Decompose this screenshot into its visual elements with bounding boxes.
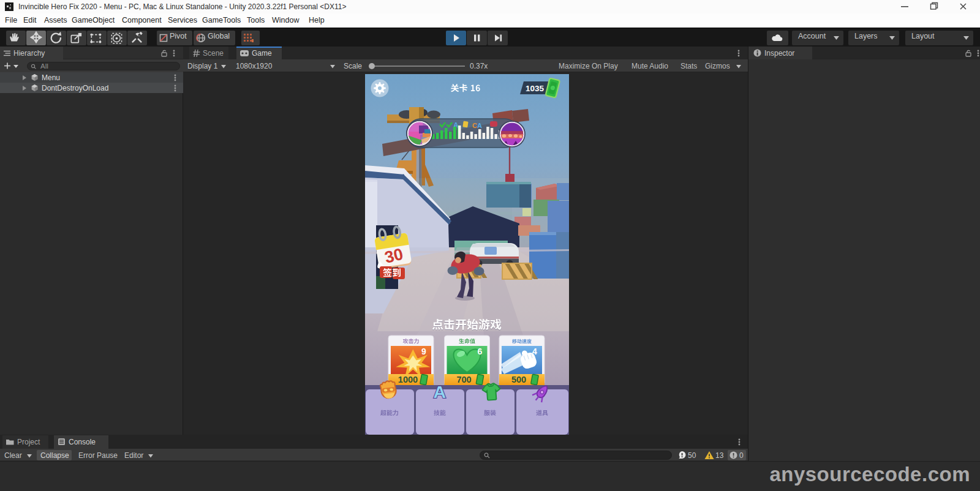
svg-text:1000: 1000 xyxy=(398,375,418,384)
svg-text:1035: 1035 xyxy=(526,84,545,93)
svg-text:6: 6 xyxy=(478,347,483,356)
svg-text:4: 4 xyxy=(532,347,537,356)
svg-text:9: 9 xyxy=(421,347,426,356)
svg-text:A: A xyxy=(433,382,446,402)
svg-text:700: 700 xyxy=(456,375,471,384)
svg-text:500: 500 xyxy=(511,375,526,384)
svg-text:C: C xyxy=(472,122,477,129)
svg-text:A: A xyxy=(477,122,482,129)
